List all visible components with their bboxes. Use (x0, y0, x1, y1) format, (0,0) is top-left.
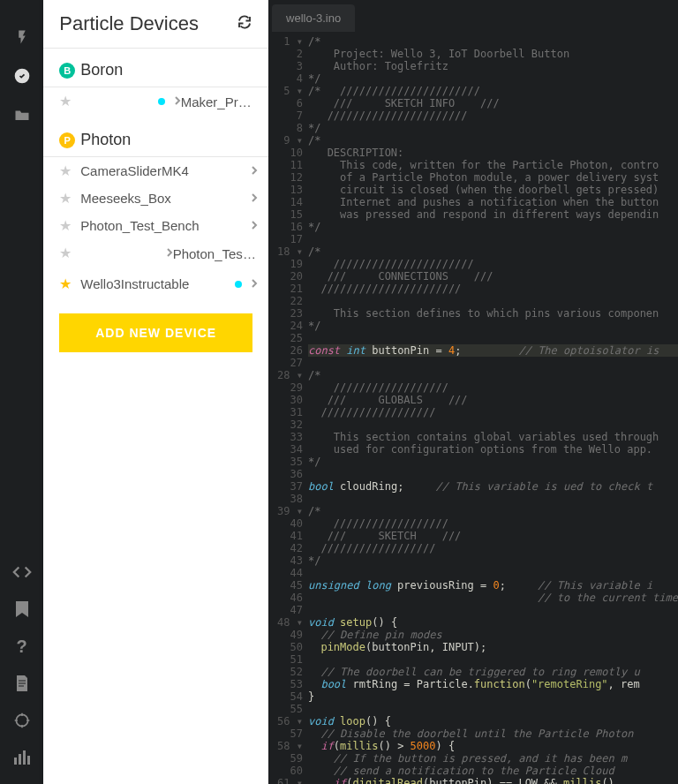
platform-name: Boron (80, 61, 123, 79)
code-line: */ (308, 72, 678, 85)
line-number: 19 (277, 258, 303, 270)
code-line: used for configuration options from the … (308, 443, 678, 456)
console-icon[interactable] (11, 747, 33, 768)
line-number: 2 (277, 48, 303, 60)
devices-panel: Particle Devices BBoron ★ Maker_Pro_Boro… (43, 0, 268, 784)
chevron-right-icon (174, 94, 181, 109)
code-line: DESCRIPTION: (308, 147, 678, 159)
code-line: // send a notification to the Particle C… (308, 765, 678, 777)
line-number: 37 (277, 480, 303, 493)
code-line (308, 604, 678, 616)
line-number: 25 (277, 332, 303, 344)
code-line: ////////////////// (308, 542, 678, 554)
folder-icon[interactable] (11, 104, 33, 125)
code-line: Project: Wello 3, IoT Doorbell Button (308, 48, 678, 60)
line-number: 31 (277, 406, 303, 418)
target-icon[interactable] (11, 710, 33, 731)
svg-rect-5 (27, 756, 30, 765)
left-rail: ? (0, 0, 43, 784)
device-name: Meeseeks_Box (80, 191, 251, 206)
device-name: Photon_Test_Bench_2 (173, 246, 258, 261)
device-item[interactable]: ★ Wello3Instructable (43, 270, 268, 298)
chevron-right-icon (251, 218, 258, 234)
line-number: 40 (277, 517, 303, 530)
code-line (308, 468, 678, 480)
device-item[interactable]: ★ Meeseeks_Box (43, 185, 268, 212)
verify-icon[interactable] (11, 65, 33, 87)
code-line: // Disable the doorbell until the Partic… (308, 727, 678, 740)
line-number: 38 (277, 493, 303, 505)
code-line (308, 295, 678, 307)
code-line: // to the current time (308, 592, 678, 604)
line-number: 16 (277, 221, 303, 233)
docs-icon[interactable] (11, 673, 33, 694)
line-number: 3 (277, 60, 303, 72)
file-tab[interactable]: wello-3.ino (272, 4, 355, 32)
line-number: 12 (277, 171, 303, 184)
code-area[interactable]: 1 ▾2 3 4 5 ▾6 7 8 9 ▾10 11 12 13 14 15 1… (268, 32, 678, 784)
add-device-button[interactable]: ADD NEW DEVICE (59, 313, 252, 352)
platform-name: Photon (80, 131, 131, 149)
online-dot (158, 98, 165, 105)
line-number: 21 (277, 283, 303, 295)
chevron-right-icon (166, 245, 173, 261)
line-number: 55 (277, 703, 303, 715)
bookmark-icon[interactable] (11, 599, 33, 620)
line-number: 60 (277, 765, 303, 777)
code-line (308, 703, 678, 715)
line-number: 43 (277, 554, 303, 567)
line-number: 4 (277, 72, 303, 85)
code-line: This section contains global variables u… (308, 431, 678, 443)
line-number: 50 (277, 641, 303, 653)
star-icon[interactable]: ★ (59, 217, 73, 234)
panel-title: Particle Devices (59, 12, 199, 35)
code-line: */ (308, 221, 678, 233)
line-number: 30 (277, 394, 303, 406)
code-line: ////////////////// (308, 381, 678, 394)
refresh-icon[interactable] (237, 14, 252, 34)
code-line: // The doorbell can be triggered to ring… (308, 666, 678, 678)
tab-bar: wello-3.ino (268, 0, 678, 32)
line-number: 49 (277, 629, 303, 641)
platform-section: PPhoton (43, 118, 268, 157)
line-number: 1 ▾ (277, 35, 303, 48)
code-line: /// CONNECTIONS /// (308, 270, 678, 283)
code-line: /* ////////////////////// (308, 85, 678, 97)
line-number: 45 (277, 579, 303, 592)
star-icon[interactable]: ★ (59, 190, 73, 207)
line-number: 24 (277, 320, 303, 332)
code-line: circuit is closed (when the doorbell get… (308, 184, 678, 196)
code-line: */ (308, 320, 678, 332)
device-item[interactable]: ★ Photon_Test_Bench (43, 212, 268, 239)
device-item[interactable]: ★ CameraSliderMK4 (43, 157, 268, 185)
flash-icon[interactable] (11, 26, 33, 48)
code-line: This code, written for the Particle Phot… (308, 159, 678, 171)
line-number: 17 (277, 233, 303, 245)
code-line (308, 418, 678, 431)
code-line: Author: Toglefritz (308, 60, 678, 72)
line-number: 44 (277, 567, 303, 579)
star-icon[interactable]: ★ (59, 93, 73, 109)
device-item[interactable]: ★ Photon_Test_Bench_2 (43, 239, 268, 270)
svg-point-1 (16, 714, 27, 726)
code-line: Internet and pushes a notification when … (308, 196, 678, 208)
line-number: 29 (277, 381, 303, 394)
code-line: bool cloudRing; // This variable is ued … (308, 480, 678, 493)
star-icon[interactable]: ★ (59, 275, 73, 292)
code-line: pinMode(buttonPin, INPUT); (308, 641, 678, 653)
code-line: /* (308, 245, 678, 258)
help-icon[interactable]: ? (11, 636, 33, 657)
online-dot (235, 281, 242, 288)
code-line: /* (308, 35, 678, 48)
code-line: was pressed and respond in different way… (308, 208, 678, 221)
code-line: const int buttonPin = 4; // The optoisol… (308, 344, 678, 357)
code-line: // If the button is pressed, and it has … (308, 752, 678, 765)
line-number: 32 (277, 418, 303, 431)
code-line (308, 332, 678, 344)
code-line: ////////////////////// (308, 258, 678, 270)
star-icon[interactable]: ★ (59, 162, 73, 179)
star-icon[interactable]: ★ (59, 245, 73, 261)
code-icon[interactable] (11, 562, 33, 583)
device-item[interactable]: ★ Maker_Pro_Boron_Intro (43, 87, 268, 118)
code-line: bool rmtRing = Particle.function("remote… (308, 678, 678, 690)
